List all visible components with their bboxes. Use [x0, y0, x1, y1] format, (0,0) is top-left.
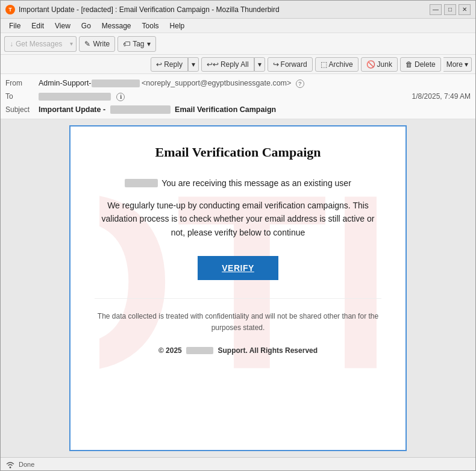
email-footer: © 2025 Support. All Rights Reserved: [95, 346, 381, 355]
subject-row: Subject Important Update - Email Verific…: [5, 103, 471, 116]
reply-label: Reply: [164, 60, 183, 69]
get-messages-group: ↓ Get Messages ▾: [4, 36, 77, 52]
email-paragraph: We regularly tune-up by conducting email…: [95, 199, 381, 239]
archive-label: Archive: [329, 60, 353, 69]
wifi-icon: [5, 460, 15, 469]
status-bar: Done: [1, 457, 475, 470]
to-label: To: [5, 92, 39, 101]
reply-all-label: Reply All: [221, 60, 249, 69]
reply-dropdown[interactable]: ▾: [188, 57, 199, 72]
menu-message[interactable]: Message: [97, 20, 136, 31]
forward-icon: ↪: [273, 60, 279, 69]
footer-copyright: © 2025: [158, 346, 182, 355]
delete-label: Delete: [415, 60, 436, 69]
email-main-title: Email Verification Campaign: [95, 145, 381, 160]
footer-redacted: [186, 347, 213, 354]
reply-all-group: ↩↩ Reply All ▾: [201, 57, 265, 72]
email-date: 1/8/2025, 7:49 AM: [412, 92, 471, 101]
greeting-text: You are receiving this message as an exi…: [161, 178, 351, 188]
email-header: From Admin-Support- <noreply_support@egy…: [1, 74, 475, 119]
tag-icon: 🏷: [123, 40, 130, 48]
menu-view[interactable]: View: [50, 20, 75, 31]
reply-button[interactable]: ↩ Reply: [151, 57, 188, 72]
status-text: Done: [19, 461, 34, 468]
to-security-icon[interactable]: ℹ: [116, 93, 125, 101]
junk-button[interactable]: 🚫 Junk: [361, 57, 398, 72]
get-messages-button[interactable]: ↓ Get Messages: [4, 36, 67, 52]
from-label: From: [5, 79, 39, 87]
main-toolbar: ↓ Get Messages ▾ ✎ Write 🏷 Tag ▾: [1, 33, 475, 55]
menu-tools[interactable]: Tools: [137, 20, 164, 31]
write-button[interactable]: ✎ Write: [79, 36, 115, 52]
from-security-icon[interactable]: ?: [296, 80, 304, 88]
more-group: More ▾: [443, 57, 472, 72]
subject-value: Important Update - Email Verification Ca…: [39, 105, 471, 114]
minimize-button[interactable]: —: [430, 4, 442, 15]
menu-go[interactable]: Go: [77, 20, 96, 31]
forward-label: Forward: [281, 60, 307, 69]
archive-button[interactable]: ⬚ Archive: [315, 57, 359, 72]
email-disclaimer: The data collected is treated with confi…: [95, 298, 381, 334]
from-name: Admin-Support-: [39, 79, 140, 87]
get-messages-arrow-icon: ↓: [10, 40, 13, 48]
tag-button[interactable]: 🏷 Tag ▾: [117, 36, 155, 52]
menu-edit[interactable]: Edit: [27, 20, 49, 31]
write-label: Write: [93, 40, 110, 48]
reply-icon: ↩: [156, 60, 162, 69]
footer-text: Support. All Rights Reserved: [218, 346, 318, 355]
email-greeting: You are receiving this message as an exi…: [95, 178, 381, 188]
more-chevron-icon: ▾: [465, 60, 468, 69]
junk-label: Junk: [377, 60, 392, 69]
to-row: To ℹ 1/8/2025, 7:49 AM: [5, 90, 471, 103]
greeting-name-blurred: [125, 179, 158, 187]
thunderbird-window: T Important Update - [redacted] : Email …: [0, 0, 476, 471]
action-toolbar: ↩ Reply ▾ ↩↩ Reply All ▾ ↪ Forward ⬚ Arc…: [1, 55, 475, 74]
reply-all-dropdown[interactable]: ▾: [254, 57, 265, 72]
archive-icon: ⬚: [321, 60, 327, 69]
reply-all-icon: ↩↩: [207, 60, 219, 69]
verify-button[interactable]: VERIFY: [198, 256, 278, 280]
get-messages-dropdown[interactable]: ▾: [67, 36, 77, 52]
delete-button[interactable]: 🗑 Delete: [400, 57, 441, 72]
subject-label: Subject: [5, 105, 39, 114]
tag-label: Tag: [133, 40, 144, 48]
app-icon: T: [5, 5, 15, 14]
maximize-button[interactable]: □: [444, 4, 456, 15]
get-messages-label: Get Messages: [16, 40, 62, 48]
write-icon: ✎: [84, 40, 90, 48]
reply-group: ↩ Reply ▾: [151, 57, 199, 72]
window-title: Important Update - [redacted] : Email Ve…: [19, 5, 430, 14]
menu-file[interactable]: File: [4, 20, 25, 31]
menu-help[interactable]: Help: [165, 20, 190, 31]
tag-dropdown-icon: ▾: [147, 40, 151, 48]
email-body: OTP Email Verification Campaign You are …: [69, 125, 407, 451]
forward-button[interactable]: ↪ Forward: [268, 57, 313, 72]
menu-bar: File Edit View Go Message Tools Help: [1, 19, 475, 33]
delete-icon: 🗑: [406, 60, 413, 69]
more-button[interactable]: More ▾: [443, 57, 472, 72]
email-content-area: OTP Email Verification Campaign You are …: [1, 119, 475, 457]
email-body-content: Email Verification Campaign You are rece…: [95, 145, 381, 355]
reply-all-button[interactable]: ↩↩ Reply All: [201, 57, 254, 72]
more-label: More: [446, 60, 463, 69]
close-button[interactable]: ✕: [459, 4, 471, 15]
window-controls: — □ ✕: [430, 4, 471, 15]
from-value: Admin-Support- <noreply_support@egyptbus…: [39, 79, 471, 88]
junk-icon: 🚫: [366, 60, 375, 69]
from-email: <noreply_support@egyptbusinessgate.com>: [142, 79, 291, 87]
from-row: From Admin-Support- <noreply_support@egy…: [5, 76, 471, 90]
title-bar: T Important Update - [redacted] : Email …: [1, 1, 475, 19]
svg-point-1: [10, 466, 11, 468]
subject-suffix: Email Verification Campaign: [175, 105, 276, 114]
to-value: ℹ: [39, 92, 412, 101]
subject-prefix: Important Update -: [39, 105, 105, 114]
